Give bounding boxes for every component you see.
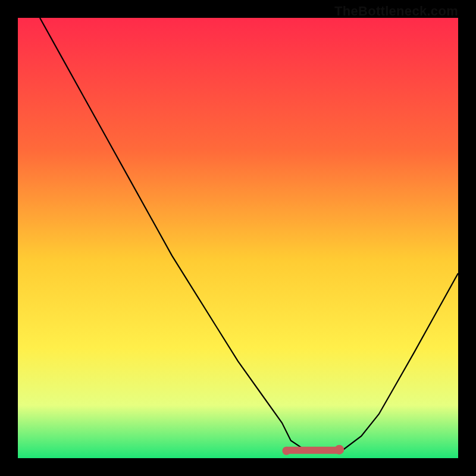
bottleneck-curve-line [40,18,458,452]
optimal-range-marker [282,445,344,455]
bottleneck-chart: TheBottleneck.com [0,0,476,476]
svg-point-2 [282,447,290,455]
svg-point-1 [334,445,344,455]
curve-svg [18,18,458,458]
watermark-text: TheBottleneck.com [334,4,458,19]
